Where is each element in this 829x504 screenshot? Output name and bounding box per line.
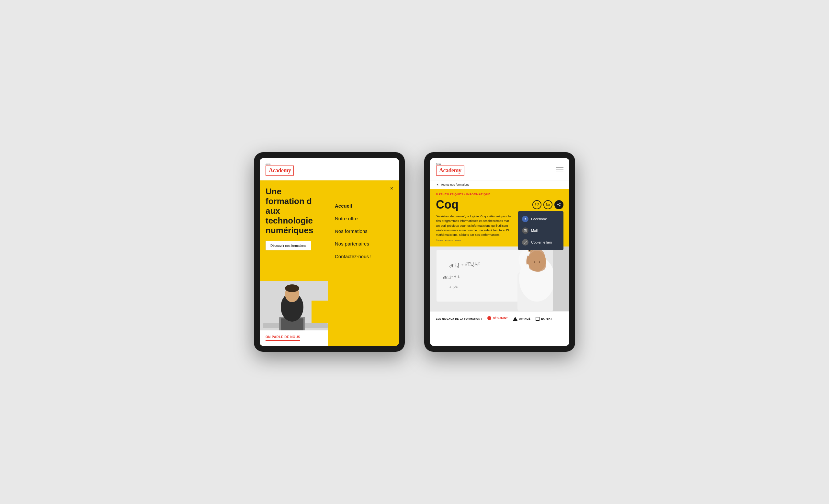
share-dropdown: f Facebook xyxy=(518,211,564,250)
svg-point-12 xyxy=(560,205,561,206)
expert-label: EXPERT xyxy=(541,317,552,320)
levels-bar: LES NIVEAUX DE LA FORMATION : DÉBUTANT A… xyxy=(430,311,569,326)
svg-rect-8 xyxy=(546,204,547,206)
course-title-row: Coq xyxy=(436,198,564,212)
breadcrumb-arrow: ◄ xyxy=(436,183,439,186)
menu-item-notre-offre[interactable]: Notre offre xyxy=(335,216,392,221)
logo-inria-text: Inria xyxy=(265,163,271,166)
deco-square-2 xyxy=(315,194,327,205)
right-header: Inria Academy xyxy=(430,158,569,180)
svg-point-6 xyxy=(285,284,299,292)
menu-nav: Accueil Notre offre Nos formations Nos p… xyxy=(335,203,392,259)
svg-line-14 xyxy=(558,204,559,204)
share-link[interactable]: Copier le lien xyxy=(518,237,564,248)
svg-text:+ Sde: + Sde xyxy=(449,284,459,290)
left-tablet: Inria Academy Une formation daux technol… xyxy=(254,152,405,352)
share-facebook[interactable]: f Facebook xyxy=(518,213,564,225)
avance-label: AVANCÉ xyxy=(519,317,531,320)
hamburger-line-1 xyxy=(556,167,564,168)
course-title: Coq xyxy=(436,198,459,212)
levels-label: LES NIVEAUX DE LA FORMATION : xyxy=(436,317,482,320)
linkedin-icon[interactable] xyxy=(543,200,552,209)
right-logo-inria: Inria xyxy=(436,163,441,166)
debutant-dot xyxy=(488,316,491,320)
menu-item-nos-partenaires[interactable]: Nos partenaires xyxy=(335,241,392,247)
menu-overlay: × Accueil Notre offre Nos formations Nos… xyxy=(328,180,399,346)
hero-title: Une formation daux technologienumériques xyxy=(265,187,322,235)
right-logo: Inria Academy xyxy=(436,163,464,176)
expert-square xyxy=(536,317,540,321)
social-icons-group: f Facebook xyxy=(532,200,564,209)
logo-academy-highlight: y xyxy=(288,167,291,174)
copy-link-label: Copier le lien xyxy=(531,240,552,244)
level-avance[interactable]: AVANCÉ xyxy=(513,317,531,321)
menu-item-nos-formations[interactable]: Nos formations xyxy=(335,228,392,234)
mail-icon xyxy=(522,227,529,234)
right-logo-academy-text: Academ xyxy=(439,167,459,174)
svg-point-10 xyxy=(560,203,561,204)
close-button[interactable]: × xyxy=(390,186,393,191)
twitter-icon[interactable] xyxy=(532,200,541,209)
category-label: MATHÉMATIQUES / INFORMATIQUE xyxy=(436,193,564,196)
svg-rect-27 xyxy=(553,247,569,311)
facebook-icon: f xyxy=(522,216,529,222)
svg-point-11 xyxy=(557,204,558,205)
breadcrumb[interactable]: ◄ Toutes nos formations xyxy=(430,180,569,189)
share-icon[interactable] xyxy=(554,200,564,209)
right-tablet-screen: Inria Academy ◄ Toutes nos formations xyxy=(430,158,569,346)
logo-academy-box: Academy xyxy=(265,166,294,176)
left-main-content: Une formation daux technologienumériques… xyxy=(260,180,399,346)
svg-point-9 xyxy=(546,203,547,204)
svg-point-26 xyxy=(539,261,540,263)
deco-square-1 xyxy=(315,181,327,193)
link-icon xyxy=(522,239,529,246)
menu-item-accueil[interactable]: Accueil xyxy=(335,203,392,209)
level-expert[interactable]: EXPERT xyxy=(536,317,552,321)
left-tablet-screen: Inria Academy Une formation daux technol… xyxy=(260,158,399,346)
hamburger-line-3 xyxy=(556,171,564,171)
discover-button[interactable]: Découvrir nos formations xyxy=(265,241,311,250)
svg-point-25 xyxy=(534,261,535,263)
breadcrumb-text: Toutes nos formations xyxy=(441,183,469,186)
right-logo-academy-box: Academy xyxy=(436,166,464,176)
logo: Inria Academy xyxy=(265,163,294,176)
menu-item-contactez-nous[interactable]: Contactez-nous ! xyxy=(335,254,392,259)
svg-rect-7 xyxy=(312,300,328,323)
devices-container: Inria Academy Une formation daux technol… xyxy=(58,152,771,352)
mail-label: Mail xyxy=(531,229,538,232)
svg-line-13 xyxy=(558,205,559,206)
share-mail[interactable]: Mail xyxy=(518,225,564,237)
facebook-label: Facebook xyxy=(531,217,547,221)
logo-academy-text: Academ xyxy=(269,167,288,174)
on-parle-label: ON PARLE DE NOUS xyxy=(265,335,300,341)
course-content: MATHÉMATIQUES / INFORMATIQUE Coq xyxy=(430,189,569,247)
level-debutant[interactable]: DÉBUTANT xyxy=(488,316,508,321)
hamburger-line-2 xyxy=(556,169,564,170)
left-header: Inria Academy xyxy=(260,158,399,180)
right-logo-highlight: y xyxy=(459,167,462,174)
avance-triangle xyxy=(513,317,517,321)
whiteboard-image: ∂hi,j + 5Ti,jk,t ∂hi,j+ ÷ a + Sde xyxy=(430,247,569,311)
debutant-label: DÉBUTANT xyxy=(493,317,508,320)
hamburger-button[interactable] xyxy=(556,167,564,171)
right-tablet: Inria Academy ◄ Toutes nos formations xyxy=(424,152,575,352)
